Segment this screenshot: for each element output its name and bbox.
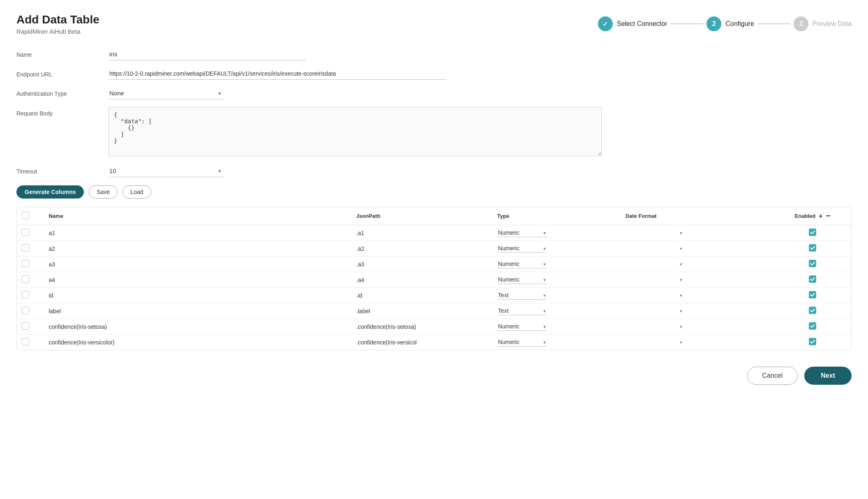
row-type-select[interactable]: NumericTextDateBoolean <box>497 244 547 253</box>
row-type-cell: NumericTextDateBoolean▾ <box>492 272 621 288</box>
step-2-circle: 2 <box>706 16 721 31</box>
row-date-select[interactable] <box>626 229 683 237</box>
row-checkbox-cell <box>17 256 44 272</box>
row-date-select[interactable] <box>626 338 683 347</box>
row-type-select-wrap: NumericTextDateBoolean▾ <box>497 322 547 331</box>
row-checkbox[interactable] <box>22 229 29 236</box>
form-row-auth: Authentication Type None Basic Bearer To… <box>16 87 852 99</box>
next-button[interactable]: Next <box>804 367 852 385</box>
table-row: confidence(Iris-versicolor).confidence(I… <box>17 335 851 350</box>
row-enabled-cell <box>774 335 851 350</box>
row-enabled-checkbox[interactable] <box>809 260 816 267</box>
row-checkbox-cell <box>17 241 44 256</box>
row-date-select[interactable] <box>626 307 683 315</box>
row-enabled-checkbox[interactable] <box>809 229 816 236</box>
timeout-control: 10 30 60 120 ▾ <box>108 165 852 177</box>
form-section: Name Endpoint URL Authentication Type No… <box>16 48 852 177</box>
row-checkbox-cell <box>17 272 44 288</box>
step-1-label: Select Connector <box>617 20 667 28</box>
row-date-format-cell: ▾ <box>621 225 774 241</box>
row-date-select[interactable] <box>626 276 683 284</box>
load-button[interactable]: Load <box>122 185 151 199</box>
row-checkbox[interactable] <box>22 307 29 314</box>
row-date-select[interactable] <box>626 291 683 300</box>
select-all-checkbox[interactable] <box>22 212 29 219</box>
row-type-select-wrap: NumericTextDateBoolean▾ <box>497 275 547 284</box>
row-enabled-checkbox[interactable] <box>809 307 816 314</box>
name-control <box>108 48 852 60</box>
col-header-jsonpath: JsonPath <box>351 207 492 225</box>
row-type-select[interactable]: NumericTextDateBoolean <box>497 322 547 331</box>
row-jsonpath: .id <box>351 288 492 303</box>
row-type-select[interactable]: NumericTextDateBoolean <box>497 291 547 300</box>
step-1-circle: ✓ <box>598 16 613 31</box>
row-type-select[interactable]: NumericTextDateBoolean <box>497 229 547 237</box>
timeout-select[interactable]: 10 30 60 120 <box>108 165 224 177</box>
remove-column-icon[interactable]: − <box>826 211 831 221</box>
row-type-select-wrap: NumericTextDateBoolean▾ <box>497 291 547 300</box>
row-date-select-wrap: ▾ <box>626 338 683 347</box>
row-name: label <box>44 303 351 319</box>
row-type-select[interactable]: NumericTextDateBoolean <box>497 275 547 284</box>
table-row: confidence(Iris-setosa).confidence(Iris-… <box>17 319 851 335</box>
form-row-timeout: Timeout 10 30 60 120 ▾ <box>16 165 852 177</box>
row-enabled-cell <box>774 288 851 303</box>
step-2-label: Configure <box>725 20 754 28</box>
row-date-select-wrap: ▾ <box>626 323 683 331</box>
row-name: confidence(Iris-versicolor) <box>44 335 351 350</box>
row-type-select[interactable]: NumericTextDateBoolean <box>497 307 547 315</box>
row-checkbox[interactable] <box>22 338 29 345</box>
row-type-select-wrap: NumericTextDateBoolean▾ <box>497 338 547 347</box>
save-button[interactable]: Save <box>89 185 118 199</box>
row-date-select[interactable] <box>626 260 683 268</box>
row-enabled-checkbox[interactable] <box>809 275 816 283</box>
stepper: ✓ Select Connector 2 Configure 3 Preview… <box>598 16 852 31</box>
row-jsonpath: .label <box>351 303 492 319</box>
row-checkbox[interactable] <box>22 322 29 330</box>
name-input[interactable] <box>108 48 306 60</box>
row-type-cell: NumericTextDateBoolean▾ <box>492 256 621 272</box>
row-date-format-cell: ▾ <box>621 272 774 288</box>
row-checkbox[interactable] <box>22 275 29 283</box>
row-enabled-checkbox[interactable] <box>809 291 816 298</box>
row-type-cell: NumericTextDateBoolean▾ <box>492 303 621 319</box>
auth-select[interactable]: None Basic Bearer Token API Key <box>108 87 224 99</box>
row-date-format-cell: ▾ <box>621 256 774 272</box>
form-row-request-body: Request Body { "data": [ {} ] } <box>16 107 852 157</box>
cancel-button[interactable]: Cancel <box>747 367 798 385</box>
row-date-select-wrap: ▾ <box>626 276 683 284</box>
table-row: a4.a4NumericTextDateBoolean▾▾ <box>17 272 851 288</box>
row-name: a2 <box>44 241 351 256</box>
row-checkbox[interactable] <box>22 260 29 267</box>
row-type-cell: NumericTextDateBoolean▾ <box>492 335 621 350</box>
row-date-format-cell: ▾ <box>621 241 774 256</box>
auth-control: None Basic Bearer Token API Key ▾ <box>108 87 852 99</box>
table-header-row: Name JsonPath Type Date Format Enabled <box>17 207 851 225</box>
row-enabled-checkbox[interactable] <box>809 322 816 330</box>
row-date-format-cell: ▾ <box>621 335 774 350</box>
row-name: id <box>44 288 351 303</box>
request-body-input[interactable]: { "data": [ {} ] } <box>108 107 602 156</box>
header: Add Data Table RapidMiner AiHub Beta ✓ S… <box>16 13 852 35</box>
row-date-select-wrap: ▾ <box>626 307 683 315</box>
row-checkbox[interactable] <box>22 244 29 252</box>
row-enabled-checkbox[interactable] <box>809 244 816 252</box>
endpoint-label: Endpoint URL <box>16 68 99 78</box>
row-enabled-cell <box>774 241 851 256</box>
endpoint-input[interactable] <box>108 68 446 80</box>
row-checkbox[interactable] <box>22 291 29 298</box>
row-type-select[interactable]: NumericTextDateBoolean <box>497 338 547 347</box>
columns-table-container: Name JsonPath Type Date Format Enabled <box>16 207 852 350</box>
step-line-1-2 <box>670 23 703 24</box>
form-row-name: Name <box>16 48 852 60</box>
row-type-select-wrap: NumericTextDateBoolean▾ <box>497 244 547 253</box>
add-column-icon[interactable]: + <box>819 213 822 220</box>
table-row: id.idNumericTextDateBoolean▾▾ <box>17 288 851 303</box>
generate-columns-button[interactable]: Generate Columns <box>16 185 84 199</box>
row-enabled-checkbox[interactable] <box>809 338 816 345</box>
row-date-select[interactable] <box>626 323 683 331</box>
row-name: a1 <box>44 225 351 241</box>
row-type-select[interactable]: NumericTextDateBoolean <box>497 260 547 268</box>
auth-select-wrap: None Basic Bearer Token API Key ▾ <box>108 87 224 99</box>
row-date-select[interactable] <box>626 245 683 253</box>
